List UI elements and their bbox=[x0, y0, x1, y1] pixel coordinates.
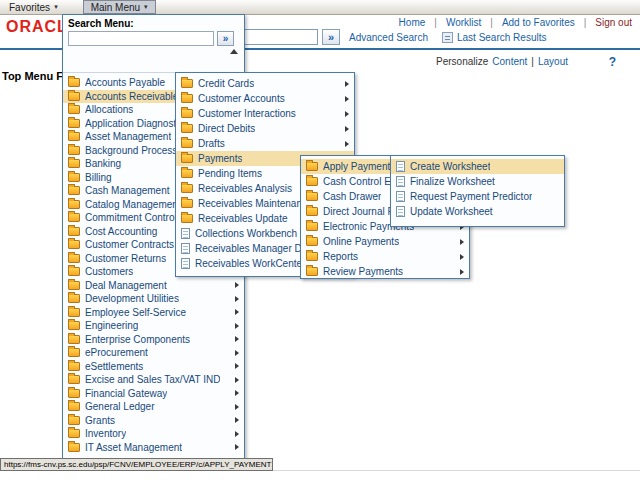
menu-item-label: Banking bbox=[85, 158, 121, 169]
menu-item-label: Accounts Payable bbox=[85, 77, 165, 88]
menu-item-credit-cards[interactable]: Credit Cards bbox=[176, 76, 354, 91]
menu-item-finalize-worksheet[interactable]: Finalize Worksheet bbox=[391, 174, 564, 189]
apply-payments-submenu: Create WorksheetFinalize WorksheetReques… bbox=[390, 155, 565, 227]
home-link[interactable]: Home bbox=[399, 17, 426, 28]
menu-item-grants[interactable]: Grants bbox=[63, 414, 244, 428]
personalize-layout-link[interactable]: Layout bbox=[538, 56, 568, 67]
folder-icon bbox=[68, 308, 80, 317]
menu-item-eprocurement[interactable]: eProcurement bbox=[63, 346, 244, 360]
menu-item-label: Excise and Sales Tax/VAT IND bbox=[85, 374, 220, 385]
menu-item-label: Accounts Receivable bbox=[85, 91, 178, 102]
menu-item-review-payments[interactable]: Review Payments bbox=[301, 264, 469, 279]
menu-item-customer-accounts[interactable]: Customer Accounts bbox=[176, 91, 354, 106]
menu-item-request-payment-predictor[interactable]: Request Payment Predictor bbox=[391, 189, 564, 204]
menu-item-label: Request Payment Predictor bbox=[410, 191, 532, 202]
submenu-arrow-icon bbox=[235, 431, 239, 437]
document-icon bbox=[396, 206, 405, 217]
add-to-favorites-link[interactable]: Add to Favorites bbox=[502, 17, 575, 28]
folder-icon bbox=[68, 362, 80, 371]
last-search-results-link[interactable]: Last Search Results bbox=[457, 32, 547, 43]
menu-item-label: Cash Drawer bbox=[323, 191, 381, 202]
folder-icon bbox=[306, 222, 318, 231]
menu-item-label: Reports bbox=[323, 251, 358, 262]
menu-item-update-worksheet[interactable]: Update Worksheet bbox=[391, 204, 564, 219]
menu-item-label: Online Payments bbox=[323, 236, 399, 247]
nav-separator: | bbox=[490, 17, 493, 28]
folder-icon bbox=[68, 146, 80, 155]
menu-item-esettlements[interactable]: eSettlements bbox=[63, 360, 244, 374]
menu-item-customer-interactions[interactable]: Customer Interactions bbox=[176, 106, 354, 121]
help-icon[interactable]: ? bbox=[609, 55, 616, 69]
folder-icon bbox=[68, 335, 80, 344]
folder-icon bbox=[68, 186, 80, 195]
scroll-up-icon[interactable] bbox=[230, 49, 238, 54]
menu-item-label: Review Payments bbox=[323, 266, 403, 277]
last-search-results-icon bbox=[442, 32, 453, 43]
menu-item-label: Create Worksheet bbox=[410, 161, 490, 172]
folder-icon bbox=[68, 159, 80, 168]
menu-item-excise-and-sales-tax-vat-ind[interactable]: Excise and Sales Tax/VAT IND bbox=[63, 373, 244, 387]
folder-icon bbox=[181, 199, 193, 208]
folder-icon bbox=[306, 237, 318, 246]
personalize-content-link[interactable]: Content bbox=[492, 56, 527, 67]
menu-item-general-ledger[interactable]: General Ledger bbox=[63, 400, 244, 414]
folder-icon bbox=[68, 78, 80, 87]
menu-item-drafts[interactable]: Drafts bbox=[176, 136, 354, 151]
submenu-arrow-icon bbox=[460, 239, 464, 245]
menu-item-label: Apply Payments bbox=[323, 161, 395, 172]
folder-icon bbox=[306, 267, 318, 276]
nav-separator: | bbox=[434, 17, 437, 28]
menu-item-label: Collections Workbench bbox=[195, 228, 297, 239]
menu-item-direct-debits[interactable]: Direct Debits bbox=[176, 121, 354, 136]
folder-icon bbox=[181, 139, 193, 148]
folder-icon bbox=[68, 200, 80, 209]
main-menu-button[interactable]: Main Menu ▾ bbox=[83, 0, 156, 14]
menu-item-label: IT Asset Management bbox=[85, 442, 182, 453]
worklist-link[interactable]: Worklist bbox=[446, 17, 481, 28]
advanced-search-link[interactable]: Advanced Search bbox=[349, 32, 428, 43]
menu-item-online-payments[interactable]: Online Payments bbox=[301, 234, 469, 249]
search-menu-label: Search Menu: bbox=[68, 18, 239, 29]
folder-icon bbox=[68, 402, 80, 411]
submenu-arrow-icon bbox=[235, 309, 239, 315]
menu-search-go-button[interactable]: » bbox=[217, 31, 234, 46]
folder-icon bbox=[306, 207, 318, 216]
folder-icon bbox=[68, 213, 80, 222]
menu-item-it-asset-management[interactable]: IT Asset Management bbox=[63, 441, 244, 455]
document-icon bbox=[396, 176, 405, 187]
header-search-go-button[interactable]: » bbox=[322, 29, 340, 45]
menu-item-employee-self-service[interactable]: Employee Self-Service bbox=[63, 306, 244, 320]
apply-payments-list: Create WorksheetFinalize WorksheetReques… bbox=[391, 156, 564, 219]
folder-icon bbox=[68, 227, 80, 236]
folder-icon bbox=[68, 389, 80, 398]
menu-item-label: Cash Management bbox=[85, 185, 170, 196]
folder-icon bbox=[68, 443, 80, 452]
menu-item-enterprise-components[interactable]: Enterprise Components bbox=[63, 333, 244, 347]
folder-icon bbox=[306, 162, 318, 171]
menu-item-development-utilities[interactable]: Development Utilities bbox=[63, 292, 244, 306]
menu-item-financial-gateway[interactable]: Financial Gateway bbox=[63, 387, 244, 401]
submenu-arrow-icon bbox=[345, 141, 349, 147]
menu-item-label: Receivables WorkCente bbox=[195, 258, 302, 269]
menu-item-engineering[interactable]: Engineering bbox=[63, 319, 244, 333]
favorites-menu[interactable]: Favorites ▾ bbox=[2, 0, 65, 14]
document-icon bbox=[181, 258, 190, 269]
chevron-down-icon: ▾ bbox=[144, 3, 148, 11]
menu-item-reports[interactable]: Reports bbox=[301, 249, 469, 264]
menu-search-input[interactable] bbox=[68, 31, 214, 46]
menu-item-label: Drafts bbox=[198, 138, 225, 149]
menu-item-label: Engineering bbox=[85, 320, 138, 331]
menu-item-deal-management[interactable]: Deal Management bbox=[63, 279, 244, 293]
folder-icon bbox=[181, 214, 193, 223]
last-search-results: Last Search Results bbox=[442, 32, 547, 43]
folder-icon bbox=[181, 94, 193, 103]
sign-out-link[interactable]: Sign out bbox=[595, 17, 632, 28]
folder-icon bbox=[181, 169, 193, 178]
personalize-label: Personalize bbox=[436, 56, 488, 67]
menu-item-label: Financial Gateway bbox=[85, 388, 167, 399]
menu-item-inventory[interactable]: Inventory bbox=[63, 427, 244, 441]
menu-item-label: Payments bbox=[198, 153, 242, 164]
menu-item-label: Receivables Manager D bbox=[195, 243, 302, 254]
menu-item-create-worksheet[interactable]: Create Worksheet bbox=[391, 159, 564, 174]
personalize-bar: Personalize Content | Layout bbox=[436, 56, 568, 67]
